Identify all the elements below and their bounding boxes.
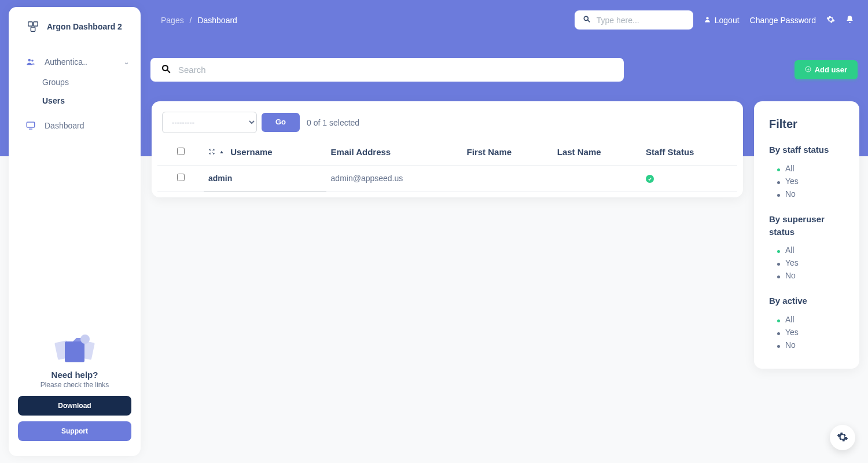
sidebar-item-dashboard[interactable]: Dashboard <box>13 115 136 137</box>
topbar-right: Logout Change Password <box>575 10 854 30</box>
search-row: Add user <box>150 58 858 82</box>
settings-icon[interactable] <box>826 15 835 25</box>
filter-group-label: By active <box>769 295 844 307</box>
sidebar-item-groups[interactable]: Groups <box>42 73 136 91</box>
filter-option[interactable]: All <box>777 244 844 256</box>
svg-rect-1 <box>34 22 38 26</box>
users-group-icon <box>24 57 38 67</box>
cell-last-name <box>553 166 641 192</box>
filter-group-label: By staff status <box>769 144 844 156</box>
filter-option[interactable]: No <box>777 269 844 282</box>
select-all-header <box>157 139 204 166</box>
sidebar-item-authentication[interactable]: Authentica.. ⌄ <box>13 51 136 73</box>
filter-group-superuser-status: By superuser status All Yes No <box>769 213 844 282</box>
breadcrumb: Pages / Dashboard <box>161 16 237 25</box>
col-first-name[interactable]: First Name <box>462 139 553 166</box>
filter-option[interactable]: All <box>777 162 844 175</box>
change-password-link[interactable]: Change Password <box>750 16 816 25</box>
sidebar-item-label: Authentica.. <box>45 57 87 67</box>
sidebar-subnav: Groups Users <box>13 73 136 110</box>
top-search[interactable] <box>575 10 693 30</box>
col-last-name[interactable]: Last Name <box>553 139 641 166</box>
svg-point-13 <box>163 65 168 71</box>
svg-point-12 <box>706 17 708 19</box>
support-button[interactable]: Support <box>18 421 131 441</box>
filter-card: Filter By staff status All Yes No By sup… <box>754 101 859 369</box>
svg-point-10 <box>584 16 588 20</box>
users-table: Username Email Address First Name Last N… <box>157 139 737 192</box>
svg-point-9 <box>80 335 90 344</box>
top-search-input[interactable] <box>597 16 685 25</box>
brand-logo-icon <box>26 20 40 34</box>
monitor-icon <box>24 120 38 131</box>
main-search[interactable] <box>150 58 624 82</box>
breadcrumb-current: Dashboard <box>197 16 237 25</box>
chevron-down-icon: ⌄ <box>124 58 129 66</box>
svg-rect-0 <box>28 22 32 26</box>
help-subtitle: Please check the links <box>18 381 131 389</box>
filter-group-active: By active All Yes No <box>769 295 844 351</box>
user-icon <box>704 16 711 25</box>
col-username[interactable]: Username <box>204 139 326 166</box>
filter-option[interactable]: No <box>777 339 844 351</box>
filter-option[interactable]: Yes <box>777 326 844 339</box>
svg-point-4 <box>31 60 34 62</box>
plus-icon <box>805 65 811 74</box>
selection-count: 0 of 1 selected <box>307 118 359 127</box>
bulk-action-row: --------- Go 0 of 1 selected <box>157 112 737 139</box>
logout-label: Logout <box>715 16 740 25</box>
filter-option[interactable]: No <box>777 188 844 200</box>
sidebar-nav: Authentica.. ⌄ Groups Users Dashboard <box>9 51 141 330</box>
cell-email: admin@appseed.us <box>326 166 462 192</box>
svg-line-14 <box>167 70 170 73</box>
sidebar: Argon Dashboard 2 Authentica.. ⌄ Groups … <box>9 7 141 456</box>
check-circle-icon <box>646 175 654 183</box>
bell-icon[interactable] <box>845 15 854 25</box>
filter-option[interactable]: All <box>777 313 844 326</box>
breadcrumb-separator: / <box>190 16 192 25</box>
svg-point-3 <box>28 59 31 62</box>
filter-group-staff-status: By staff status All Yes No <box>769 144 844 200</box>
col-staff-status[interactable]: Staff Status <box>641 139 737 166</box>
filter-title: Filter <box>769 117 844 131</box>
svg-rect-2 <box>31 27 35 31</box>
search-icon <box>161 64 171 76</box>
bulk-action-select[interactable]: --------- <box>162 112 257 133</box>
cell-username[interactable]: admin <box>204 166 326 192</box>
col-email[interactable]: Email Address <box>326 139 462 166</box>
logout-link[interactable]: Logout <box>704 16 740 25</box>
svg-line-11 <box>588 20 590 23</box>
search-icon <box>583 15 591 25</box>
brand[interactable]: Argon Dashboard 2 <box>9 7 141 51</box>
add-user-label: Add user <box>815 65 847 74</box>
row-select-cell <box>157 166 204 192</box>
svg-rect-5 <box>27 122 35 127</box>
help-illustration-icon <box>52 330 98 365</box>
sidebar-help: Need help? Please check the links Downlo… <box>9 330 141 456</box>
go-button[interactable]: Go <box>262 113 300 132</box>
table-card: --------- Go 0 of 1 selected <box>152 101 743 197</box>
row-checkbox[interactable] <box>177 174 185 181</box>
filter-group-label: By superuser status <box>769 213 844 238</box>
download-button[interactable]: Download <box>18 396 131 416</box>
breadcrumb-root[interactable]: Pages <box>161 16 184 25</box>
topbar: Pages / Dashboard Logout Change Password <box>161 10 854 30</box>
cell-first-name <box>462 166 553 192</box>
sort-asc-icon <box>219 147 225 157</box>
expand-icon <box>208 147 215 157</box>
cell-staff-status <box>641 166 737 192</box>
table-row[interactable]: admin admin@appseed.us <box>157 166 737 192</box>
table-header-row: Username Email Address First Name Last N… <box>157 139 737 166</box>
main-search-input[interactable] <box>178 65 613 75</box>
brand-name: Argon Dashboard 2 <box>47 22 122 31</box>
sidebar-item-label: Dashboard <box>45 121 84 130</box>
help-title: Need help? <box>18 370 131 380</box>
select-all-checkbox[interactable] <box>177 148 185 155</box>
filter-option[interactable]: Yes <box>777 256 844 269</box>
gear-icon <box>837 431 848 444</box>
sidebar-item-users[interactable]: Users <box>42 91 136 110</box>
settings-fab[interactable] <box>830 425 855 450</box>
add-user-button[interactable]: Add user <box>795 60 858 79</box>
filter-option[interactable]: Yes <box>777 175 844 188</box>
